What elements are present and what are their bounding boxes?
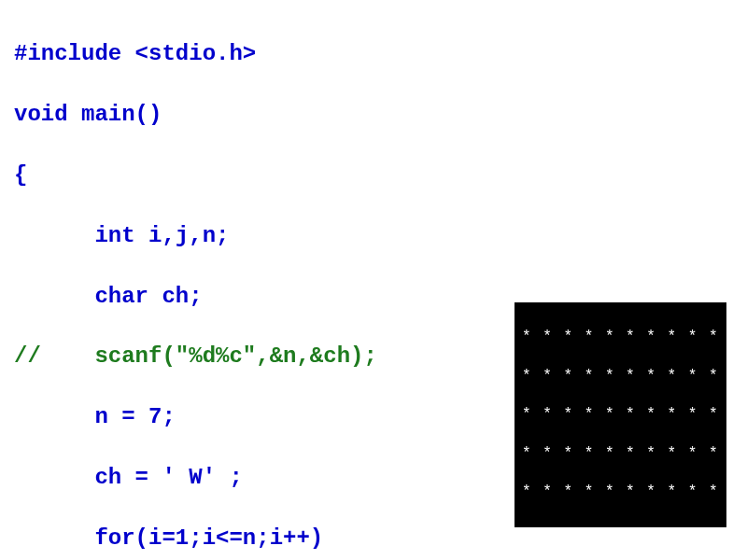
output-row: * * * * * * * * * * (522, 444, 719, 464)
console-output: * * * * * * * * * * * * * * * * * * * * … (514, 302, 726, 527)
code-line: int i,j,n; (14, 221, 733, 251)
output-row: * * * * * * * * * * (522, 328, 719, 347)
output-row: * * * * * * * * * * (522, 367, 719, 386)
output-row: * * * * * * * * * * (522, 405, 719, 425)
code-line: #include <stdio.h> (14, 39, 733, 69)
code-line: { (14, 161, 733, 190)
output-row: * * * * * * * * * * (522, 483, 719, 502)
code-line: for(i=1;i<=n;i++) (14, 524, 733, 553)
code-line: void main() (14, 100, 733, 130)
